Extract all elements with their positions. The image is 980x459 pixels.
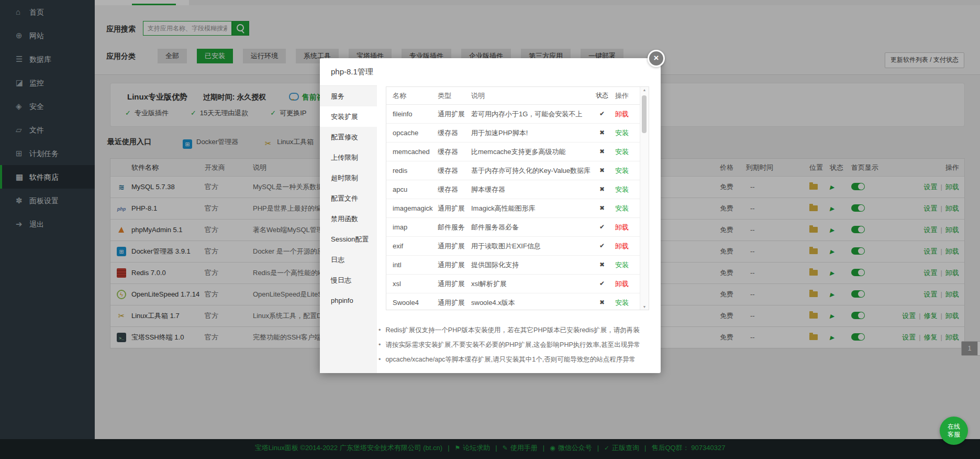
extension-row: fileinfo 通用扩展 若可用内存小于1G，可能会安装不上 ✔ 卸载: [386, 105, 649, 124]
modal-tab[interactable]: 超时限制: [320, 168, 377, 188]
modal-tab[interactable]: 配置文件: [320, 188, 377, 209]
bullet-icon: •: [378, 356, 381, 363]
extension-desc: 若可用内存小于1G，可能会安装不上: [471, 105, 595, 123]
extension-type: 缓存器: [438, 180, 458, 199]
extension-name: imagemagick: [393, 199, 433, 217]
modal-tab[interactable]: 慢日志: [320, 270, 377, 290]
extension-type: 通用扩展: [438, 293, 465, 310]
extension-status-icon: ✖: [596, 124, 608, 142]
note-item: •Redis扩展仅支持一个PHP版本安装使用，若在其它PHP版本已安装redis…: [378, 323, 651, 337]
extension-action-link[interactable]: 安装: [615, 148, 629, 156]
extension-status-icon: ✖: [596, 161, 608, 180]
extension-desc: 用于加速PHP脚本!: [471, 124, 595, 142]
note-item: •opcache/xcache/apc等脚本缓存扩展,请只安装其中1个,否则可能…: [378, 352, 651, 367]
extension-desc: xsl解析扩展: [471, 275, 595, 293]
extension-type: 通用扩展: [438, 105, 465, 123]
extension-status-icon: ✖: [596, 293, 608, 310]
extension-name: xsl: [393, 275, 401, 293]
extension-status-icon: ✖: [596, 143, 608, 161]
col-ext-desc: 说明: [471, 87, 595, 104]
extension-row: imagemagick 通用扩展 Imagick高性能图形库 ✖ 安装: [386, 199, 649, 218]
extension-action-link[interactable]: 安装: [615, 299, 629, 307]
extension-desc: 脚本缓存器: [471, 180, 595, 199]
bullet-icon: •: [378, 326, 381, 334]
extension-row: xsl 通用扩展 xsl解析扩展 ✔ 卸载: [386, 275, 649, 293]
extension-row: exif 通用扩展 用于读取图片EXIF信息 ✔ 卸载: [386, 237, 649, 256]
extension-action-link[interactable]: 卸载: [615, 110, 629, 118]
modal-tab[interactable]: 配置修改: [320, 127, 377, 147]
extension-row: memcached 缓存器 比memcache支持更多高级功能 ✖ 安装: [386, 143, 649, 161]
extension-action-link[interactable]: 安装: [615, 185, 629, 193]
extension-desc: 比memcache支持更多高级功能: [471, 143, 595, 161]
extension-name: fileinfo: [393, 105, 413, 123]
extension-action-link[interactable]: 安装: [615, 167, 629, 174]
bullet-icon: •: [378, 341, 381, 348]
extension-desc: 提供国际化支持: [471, 256, 595, 274]
col-ext-action: 操作: [615, 87, 629, 104]
extension-action-link[interactable]: 安装: [615, 129, 629, 137]
extension-row: imap 邮件服务 邮件服务器必备 ✔ 卸载: [386, 218, 649, 237]
modal-tab[interactable]: 上传限制: [320, 147, 377, 168]
extension-row: opcache 缓存器 用于加速PHP脚本! ✖ 安装: [386, 124, 649, 143]
extension-name: memcached: [393, 143, 430, 161]
modal-tab[interactable]: 禁用函数: [320, 209, 377, 229]
extension-type: 邮件服务: [438, 218, 465, 236]
modal-title: php-8.1管理: [331, 58, 373, 85]
extension-desc: 用于读取图片EXIF信息: [471, 237, 595, 255]
modal-tab-list: 服务 安装扩展 配置修改 上传限制 超时限制 配置文件 禁用函数 Session…: [320, 85, 377, 373]
extension-status-icon: ✔: [596, 275, 608, 293]
extension-type: 通用扩展: [438, 275, 465, 293]
php-manage-modal: × php-8.1管理 服务 安装扩展 配置修改 上传限制 超时限制 配置文件 …: [320, 58, 661, 373]
extension-name: redis: [393, 161, 407, 180]
extension-name: Swoole4: [393, 293, 419, 310]
extension-row: intl 通用扩展 提供国际化支持 ✖ 安装: [386, 256, 649, 275]
extension-name: apcu: [393, 180, 407, 199]
extension-action-link[interactable]: 安装: [615, 204, 629, 212]
extension-action-link[interactable]: 安装: [615, 261, 629, 269]
extension-action-link[interactable]: 卸载: [615, 242, 629, 250]
modal-scrollbar[interactable]: ▲ ▼: [640, 87, 649, 310]
extension-name: exif: [393, 237, 403, 255]
col-ext-status: 状态: [596, 87, 608, 104]
modal-tab[interactable]: Session配置: [320, 229, 377, 249]
extension-row: Swoole4 通用扩展 swoole4.x版本 ✖ 安装: [386, 293, 649, 310]
online-service-button[interactable]: 在线 客服: [940, 417, 968, 445]
scroll-down-icon[interactable]: ▼: [640, 305, 649, 309]
extension-name: opcache: [393, 124, 418, 142]
extension-status-icon: ✔: [596, 105, 608, 123]
extension-type: 缓存器: [438, 143, 458, 161]
modal-tab[interactable]: 安装扩展: [320, 106, 377, 127]
extension-name: intl: [393, 256, 402, 274]
extension-type: 缓存器: [438, 161, 458, 180]
col-ext-type: 类型: [438, 87, 451, 104]
modal-tab[interactable]: 服务: [320, 86, 377, 106]
extension-status-icon: ✖: [596, 256, 608, 274]
extension-type: 通用扩展: [438, 256, 465, 274]
extension-action-link[interactable]: 卸载: [615, 223, 629, 231]
modal-tab[interactable]: phpinfo: [320, 290, 377, 311]
extension-status-icon: ✖: [596, 180, 608, 199]
extension-desc: 邮件服务器必备: [471, 218, 595, 236]
extension-row: apcu 缓存器 脚本缓存器 ✖ 安装: [386, 180, 649, 199]
close-icon[interactable]: ×: [648, 50, 665, 67]
extension-type: 通用扩展: [438, 237, 465, 255]
col-ext-name: 名称: [393, 87, 406, 104]
note-item: •请按实际需求安装扩展,不要安装不必要的PHP扩展,这会影响PHP执行效率,甚至…: [378, 337, 651, 352]
extension-action-link[interactable]: 卸载: [615, 280, 629, 288]
scroll-thumb[interactable]: [642, 95, 647, 133]
extension-row: redis 缓存器 基于内存亦可持久化的Key-Value数据库 ✖ 安装: [386, 161, 649, 180]
extension-desc: swoole4.x版本: [471, 293, 595, 310]
extension-status-icon: ✖: [596, 199, 608, 217]
extensions-table-header: 名称 类型 说明 状态 操作: [386, 87, 649, 105]
extension-name: imap: [393, 218, 407, 236]
extension-status-icon: ✔: [596, 218, 608, 236]
modal-notes: •Redis扩展仅支持一个PHP版本安装使用，若在其它PHP版本已安装redis…: [378, 323, 651, 367]
extension-desc: 基于内存亦可持久化的Key-Value数据库: [471, 161, 595, 180]
extension-type: 缓存器: [438, 124, 458, 142]
extension-status-icon: ✔: [596, 237, 608, 255]
extension-type: 通用扩展: [438, 199, 465, 217]
modal-tab[interactable]: 日志: [320, 249, 377, 270]
scroll-up-icon[interactable]: ▲: [640, 88, 649, 92]
extensions-table: 名称 类型 说明 状态 操作 fileinfo 通用扩展 若可用内存小于1G，可…: [386, 86, 649, 310]
extension-desc: Imagick高性能图形库: [471, 199, 595, 217]
